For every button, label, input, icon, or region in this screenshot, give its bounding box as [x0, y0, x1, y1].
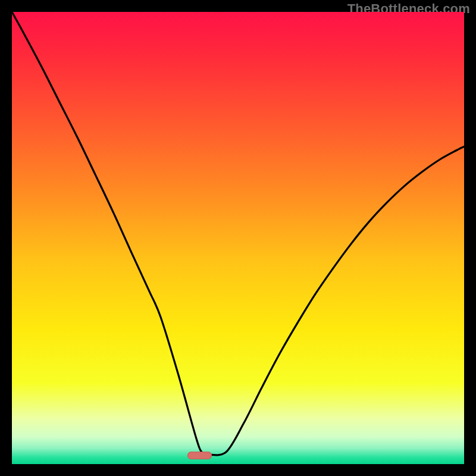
optimal-marker-pill [187, 452, 212, 460]
plot-area [12, 12, 464, 464]
bottleneck-curve [12, 12, 464, 464]
chart-frame: TheBottleneck.com [0, 0, 476, 476]
curve-path [12, 12, 464, 455]
